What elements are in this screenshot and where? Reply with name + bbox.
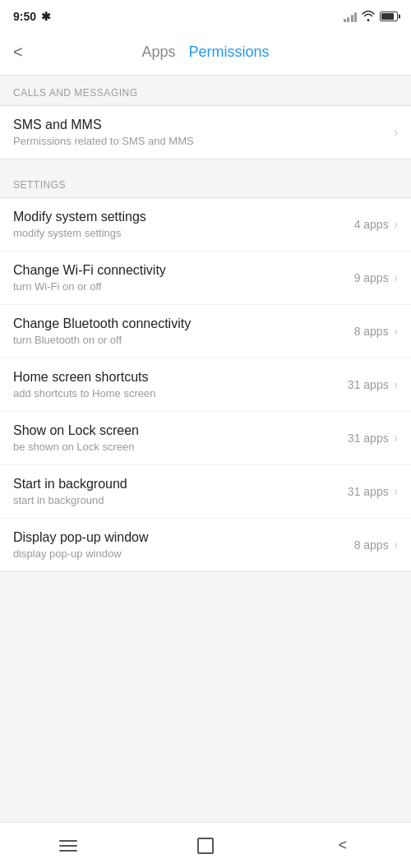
chevron-icon: › [394, 377, 398, 392]
list-item-sms[interactable]: SMS and MMS Permissions related to SMS a… [0, 106, 411, 159]
header: < Apps Permissions [0, 30, 411, 76]
list-item-start-background[interactable]: Start in background start in background … [0, 465, 411, 519]
list-item-wifi-count: 9 apps [354, 271, 389, 284]
list-item-home-count: 31 apps [348, 378, 389, 391]
list-item-sms-right: › [394, 125, 398, 140]
list-item-popup-title: Display pop-up window [13, 530, 354, 545]
nav-home-button[interactable] [185, 829, 226, 862]
list-item-home-text: Home screen shortcuts add shortcuts to H… [13, 370, 348, 399]
list-item-sms-text: SMS and MMS Permissions related to SMS a… [13, 118, 394, 147]
header-tabs: Apps Permissions [13, 44, 398, 61]
list-item-sms-subtitle: Permissions related to SMS and MMS [13, 135, 394, 147]
back-nav-icon: < [338, 837, 347, 854]
list-item-lock-title: Show on Lock screen [13, 423, 348, 438]
list-item-home-subtitle: add shortcuts to Home screen [13, 387, 348, 399]
list-item-popup-right: 8 apps › [354, 538, 398, 552]
list-item-popup-text: Display pop-up window display pop-up win… [13, 530, 354, 560]
list-item-bg-count: 31 apps [348, 485, 389, 498]
wifi-icon [362, 10, 375, 24]
list-item-popup-window[interactable]: Display pop-up window display pop-up win… [0, 519, 411, 571]
chevron-icon: › [394, 125, 398, 140]
list-item-home-title: Home screen shortcuts [13, 370, 348, 385]
tab-apps[interactable]: Apps [141, 44, 175, 61]
section-header-calls: CALLS AND MESSAGING [0, 76, 411, 105]
signal-icon [344, 11, 358, 22]
menu-icon [59, 840, 77, 852]
chevron-icon: › [394, 538, 398, 552]
list-item-sms-title: SMS and MMS [13, 118, 394, 132]
list-item-popup-subtitle: display pop-up window [13, 547, 354, 560]
list-item-home-shortcuts[interactable]: Home screen shortcuts add shortcuts to H… [0, 358, 411, 412]
list-item-modify-system[interactable]: Modify system settings modify system set… [0, 198, 411, 252]
bottom-nav: < [0, 822, 411, 868]
list-item-modify-count: 4 apps [354, 218, 389, 231]
nav-back-button[interactable]: < [322, 829, 363, 862]
tab-permissions[interactable]: Permissions [189, 44, 270, 61]
list-item-bg-title: Start in background [13, 477, 348, 492]
list-item-lock-text: Show on Lock screen be shown on Lock scr… [13, 423, 348, 453]
section-header-settings: SETTINGS [0, 168, 411, 197]
content: CALLS AND MESSAGING SMS and MMS Permissi… [0, 76, 411, 671]
chevron-icon: › [394, 217, 398, 232]
bluetooth-icon: ✱ [41, 10, 51, 23]
status-left: 9:50 ✱ [13, 10, 51, 23]
status-bar: 9:50 ✱ [0, 0, 411, 30]
list-item-bluetooth-title: Change Bluetooth connectivity [13, 316, 354, 331]
chevron-icon: › [394, 431, 398, 446]
section-settings-list: Modify system settings modify system set… [0, 197, 411, 572]
status-right [344, 10, 399, 24]
time-display: 9:50 [13, 10, 36, 23]
list-item-lock-count: 31 apps [348, 432, 389, 445]
chevron-icon: › [394, 270, 398, 285]
list-item-modify-title: Modify system settings [13, 210, 354, 224]
list-item-bg-right: 31 apps › [348, 484, 398, 499]
footer-space [0, 572, 411, 671]
list-item-lock-right: 31 apps › [348, 431, 398, 446]
list-item-lock-subtitle: be shown on Lock screen [13, 441, 348, 453]
list-item-bluetooth-text: Change Bluetooth connectivity turn Bluet… [13, 316, 354, 346]
list-item-bluetooth-subtitle: turn Bluetooth on or off [13, 334, 354, 346]
list-item-bluetooth-right: 8 apps › [354, 324, 398, 339]
battery-icon [380, 12, 398, 21]
list-item-bg-text: Start in background start in background [13, 477, 348, 506]
list-item-popup-count: 8 apps [354, 538, 389, 552]
list-item-wifi-text: Change Wi-Fi connectivity turn Wi-Fi on … [13, 263, 354, 293]
list-item-wifi-subtitle: turn Wi-Fi on or off [13, 280, 354, 293]
list-item-home-right: 31 apps › [348, 377, 398, 392]
nav-menu-button[interactable] [48, 829, 89, 862]
list-item-modify-text: Modify system settings modify system set… [13, 210, 354, 239]
list-item-modify-right: 4 apps › [354, 217, 398, 232]
list-item-lock-screen[interactable]: Show on Lock screen be shown on Lock scr… [0, 412, 411, 465]
list-item-bluetooth-count: 8 apps [354, 325, 389, 338]
list-item-wifi-right: 9 apps › [354, 270, 398, 285]
list-item-bluetooth[interactable]: Change Bluetooth connectivity turn Bluet… [0, 305, 411, 358]
chevron-icon: › [394, 484, 398, 499]
section-gap-1 [0, 159, 411, 168]
home-icon [197, 838, 214, 854]
list-item-wifi-title: Change Wi-Fi connectivity [13, 263, 354, 278]
list-item-bg-subtitle: start in background [13, 494, 348, 506]
list-item-wifi[interactable]: Change Wi-Fi connectivity turn Wi-Fi on … [0, 252, 411, 305]
section-calls-list: SMS and MMS Permissions related to SMS a… [0, 105, 411, 159]
chevron-icon: › [394, 324, 398, 339]
list-item-modify-subtitle: modify system settings [13, 227, 354, 239]
